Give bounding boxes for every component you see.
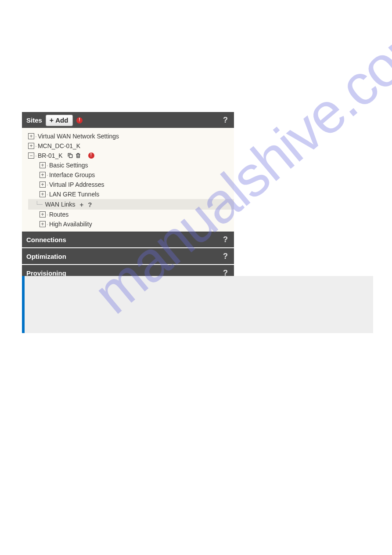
expand-icon[interactable]: +	[40, 181, 46, 188]
section-title: Optimization	[26, 253, 66, 260]
expand-icon[interactable]: +	[40, 221, 46, 227]
tree-item-wanlinks-selected[interactable]: └─ WAN Links + ?	[28, 199, 234, 210]
tree-label: BR-01_K	[38, 152, 63, 159]
tree-item-igroups[interactable]: + · Interface Groups	[22, 170, 234, 180]
sites-header[interactable]: Sites + Add ?	[22, 112, 234, 128]
tree-item-mcn[interactable]: + · MCN_DC-01_K	[22, 141, 234, 151]
connections-header[interactable]: Connections ?	[22, 232, 234, 247]
expand-icon[interactable]: +	[28, 133, 34, 139]
tree-label: LAN GRE Tunnels	[49, 191, 99, 198]
copy-icon[interactable]	[67, 152, 73, 159]
tree-item-basic[interactable]: + · Basic Settings	[22, 160, 234, 170]
expand-icon[interactable]: +	[40, 162, 46, 168]
tree-label: WAN Links	[45, 201, 76, 208]
tree-item-vip[interactable]: + · Virtual IP Addresses	[22, 180, 234, 189]
tree-label: MCN_DC-01_K	[38, 142, 80, 149]
note-block	[22, 276, 373, 333]
sites-tree: + · Virtual WAN Network Settings + · MCN…	[22, 128, 234, 232]
tree-branch-icon: └─	[35, 201, 43, 208]
tree-item-br[interactable]: − · BR-01_K	[22, 151, 234, 160]
help-icon[interactable]: ?	[223, 252, 228, 261]
alert-icon[interactable]	[88, 152, 94, 159]
sites-title: Sites	[26, 116, 42, 124]
tree-item-gre[interactable]: + · LAN GRE Tunnels	[22, 189, 234, 199]
help-icon[interactable]: ?	[88, 201, 92, 208]
help-icon[interactable]: ?	[223, 116, 228, 125]
tree-label: Routes	[49, 211, 68, 218]
section-title: Connections	[26, 236, 66, 243]
help-icon[interactable]: ?	[223, 235, 228, 244]
expand-icon[interactable]: +	[40, 172, 46, 178]
tree-item-routes[interactable]: + · Routes	[22, 210, 234, 219]
tree-label: Interface Groups	[49, 171, 95, 178]
tree-item-vwan[interactable]: + · Virtual WAN Network Settings	[22, 131, 234, 141]
collapse-icon[interactable]: −	[28, 152, 34, 159]
tree-label: Basic Settings	[49, 162, 88, 169]
svg-rect-0	[69, 155, 72, 158]
add-button[interactable]: + Add	[46, 115, 73, 126]
tree-label: Virtual WAN Network Settings	[38, 133, 119, 140]
add-label: Add	[55, 116, 68, 124]
optimization-header[interactable]: Optimization ?	[22, 248, 234, 264]
tree-item-ha[interactable]: + · High Availability	[22, 219, 234, 229]
delete-icon[interactable]	[75, 152, 81, 159]
plus-icon: +	[50, 116, 54, 124]
tree-label: Virtual IP Addresses	[49, 181, 104, 188]
expand-icon[interactable]: +	[28, 143, 34, 149]
expand-icon[interactable]: +	[40, 211, 46, 218]
add-icon[interactable]: +	[80, 201, 84, 208]
tree-label: High Availability	[49, 221, 92, 228]
alert-icon[interactable]	[76, 117, 83, 123]
expand-icon[interactable]: +	[40, 191, 46, 197]
